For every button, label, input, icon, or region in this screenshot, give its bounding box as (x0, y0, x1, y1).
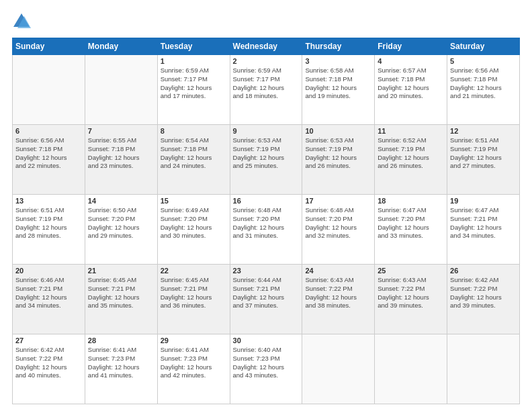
day-number: 5 (450, 57, 517, 65)
calendar-cell: 27Sunrise: 6:42 AM Sunset: 7:22 PM Dayli… (13, 334, 85, 404)
calendar-cell: 5Sunrise: 6:56 AM Sunset: 7:18 PM Daylig… (447, 55, 520, 125)
day-info: Sunrise: 6:53 AM Sunset: 7:19 PM Dayligh… (233, 136, 300, 171)
col-header-monday: Monday (85, 38, 157, 55)
col-header-tuesday: Tuesday (157, 38, 230, 55)
day-number: 9 (233, 127, 300, 135)
calendar-cell: 18Sunrise: 6:47 AM Sunset: 7:20 PM Dayli… (375, 195, 447, 265)
col-header-friday: Friday (375, 38, 447, 55)
day-number: 25 (378, 267, 444, 275)
day-number: 2 (233, 57, 300, 65)
day-info: Sunrise: 6:48 AM Sunset: 7:20 PM Dayligh… (305, 206, 371, 240)
calendar-week-row: 1Sunrise: 6:59 AM Sunset: 7:17 PM Daylig… (13, 55, 520, 125)
day-info: Sunrise: 6:40 AM Sunset: 7:23 PM Dayligh… (233, 346, 300, 380)
day-info: Sunrise: 6:43 AM Sunset: 7:22 PM Dayligh… (378, 276, 444, 310)
calendar-cell: 7Sunrise: 6:55 AM Sunset: 7:18 PM Daylig… (85, 125, 157, 195)
calendar-cell (375, 334, 447, 404)
calendar-cell: 6Sunrise: 6:56 AM Sunset: 7:18 PM Daylig… (13, 125, 85, 195)
page: SundayMondayTuesdayWednesdayThursdayFrid… (0, 0, 532, 411)
calendar-cell: 24Sunrise: 6:43 AM Sunset: 7:22 PM Dayli… (302, 265, 375, 334)
calendar-cell: 2Sunrise: 6:59 AM Sunset: 7:17 PM Daylig… (230, 55, 302, 125)
day-number: 7 (88, 127, 154, 135)
calendar-cell: 13Sunrise: 6:51 AM Sunset: 7:19 PM Dayli… (13, 195, 85, 265)
day-info: Sunrise: 6:56 AM Sunset: 7:18 PM Dayligh… (15, 136, 82, 171)
calendar-cell (302, 334, 375, 404)
day-number: 10 (305, 127, 371, 135)
col-header-wednesday: Wednesday (230, 38, 302, 55)
calendar-week-row: 6Sunrise: 6:56 AM Sunset: 7:18 PM Daylig… (13, 125, 520, 195)
day-number: 23 (233, 267, 300, 275)
day-info: Sunrise: 6:45 AM Sunset: 7:21 PM Dayligh… (161, 276, 227, 310)
col-header-thursday: Thursday (302, 38, 375, 55)
calendar-cell: 23Sunrise: 6:44 AM Sunset: 7:21 PM Dayli… (230, 265, 302, 334)
day-info: Sunrise: 6:44 AM Sunset: 7:21 PM Dayligh… (233, 276, 300, 310)
day-info: Sunrise: 6:48 AM Sunset: 7:20 PM Dayligh… (233, 206, 300, 240)
day-info: Sunrise: 6:51 AM Sunset: 7:19 PM Dayligh… (15, 206, 82, 240)
day-info: Sunrise: 6:51 AM Sunset: 7:19 PM Dayligh… (450, 136, 517, 171)
calendar-cell: 16Sunrise: 6:48 AM Sunset: 7:20 PM Dayli… (230, 195, 302, 265)
day-info: Sunrise: 6:42 AM Sunset: 7:22 PM Dayligh… (15, 346, 82, 380)
day-number: 26 (450, 267, 517, 275)
day-number: 24 (305, 267, 371, 275)
calendar-table: SundayMondayTuesdayWednesdayThursdayFrid… (12, 38, 520, 404)
day-number: 3 (305, 57, 371, 65)
calendar-week-row: 13Sunrise: 6:51 AM Sunset: 7:19 PM Dayli… (13, 195, 520, 265)
calendar-cell: 30Sunrise: 6:40 AM Sunset: 7:23 PM Dayli… (230, 334, 302, 404)
day-info: Sunrise: 6:56 AM Sunset: 7:18 PM Dayligh… (450, 66, 517, 101)
day-info: Sunrise: 6:47 AM Sunset: 7:20 PM Dayligh… (378, 206, 444, 240)
day-number: 13 (15, 197, 82, 205)
calendar-cell: 26Sunrise: 6:42 AM Sunset: 7:22 PM Dayli… (447, 265, 520, 334)
calendar-week-row: 27Sunrise: 6:42 AM Sunset: 7:22 PM Dayli… (13, 334, 520, 404)
calendar-cell (85, 55, 157, 125)
day-number: 14 (88, 197, 154, 205)
day-info: Sunrise: 6:43 AM Sunset: 7:22 PM Dayligh… (305, 276, 371, 310)
day-number: 4 (378, 57, 444, 65)
day-number: 18 (378, 197, 444, 205)
day-number: 20 (15, 267, 82, 275)
day-number: 11 (378, 127, 444, 135)
day-number: 1 (161, 57, 227, 65)
day-number: 16 (233, 197, 300, 205)
day-info: Sunrise: 6:55 AM Sunset: 7:18 PM Dayligh… (88, 136, 154, 171)
day-info: Sunrise: 6:45 AM Sunset: 7:21 PM Dayligh… (88, 276, 154, 310)
calendar-cell: 25Sunrise: 6:43 AM Sunset: 7:22 PM Dayli… (375, 265, 447, 334)
day-number: 15 (161, 197, 227, 205)
day-info: Sunrise: 6:50 AM Sunset: 7:20 PM Dayligh… (88, 206, 154, 240)
day-info: Sunrise: 6:57 AM Sunset: 7:18 PM Dayligh… (378, 66, 444, 101)
calendar-cell: 20Sunrise: 6:46 AM Sunset: 7:21 PM Dayli… (13, 265, 85, 334)
day-info: Sunrise: 6:58 AM Sunset: 7:18 PM Dayligh… (305, 66, 371, 101)
calendar-cell: 1Sunrise: 6:59 AM Sunset: 7:17 PM Daylig… (157, 55, 230, 125)
day-info: Sunrise: 6:49 AM Sunset: 7:20 PM Dayligh… (161, 206, 227, 240)
day-info: Sunrise: 6:47 AM Sunset: 7:21 PM Dayligh… (450, 206, 517, 240)
day-number: 21 (88, 267, 154, 275)
calendar-cell (13, 55, 85, 125)
calendar-cell: 11Sunrise: 6:52 AM Sunset: 7:19 PM Dayli… (375, 125, 447, 195)
calendar-cell: 19Sunrise: 6:47 AM Sunset: 7:21 PM Dayli… (447, 195, 520, 265)
calendar-cell: 8Sunrise: 6:54 AM Sunset: 7:18 PM Daylig… (157, 125, 230, 195)
day-info: Sunrise: 6:41 AM Sunset: 7:23 PM Dayligh… (88, 346, 154, 380)
calendar-cell: 14Sunrise: 6:50 AM Sunset: 7:20 PM Dayli… (85, 195, 157, 265)
col-header-sunday: Sunday (13, 38, 85, 55)
calendar-cell: 28Sunrise: 6:41 AM Sunset: 7:23 PM Dayli… (85, 334, 157, 404)
calendar-header-row: SundayMondayTuesdayWednesdayThursdayFrid… (13, 38, 520, 55)
day-number: 12 (450, 127, 517, 135)
day-info: Sunrise: 6:46 AM Sunset: 7:21 PM Dayligh… (15, 276, 82, 310)
calendar-cell: 4Sunrise: 6:57 AM Sunset: 7:18 PM Daylig… (375, 55, 447, 125)
day-info: Sunrise: 6:59 AM Sunset: 7:17 PM Dayligh… (233, 66, 300, 101)
day-number: 29 (161, 336, 227, 345)
calendar-cell: 17Sunrise: 6:48 AM Sunset: 7:20 PM Dayli… (302, 195, 375, 265)
day-info: Sunrise: 6:41 AM Sunset: 7:23 PM Dayligh… (161, 346, 227, 380)
day-number: 17 (305, 197, 371, 205)
calendar-cell: 21Sunrise: 6:45 AM Sunset: 7:21 PM Dayli… (85, 265, 157, 334)
calendar-cell: 10Sunrise: 6:53 AM Sunset: 7:19 PM Dayli… (302, 125, 375, 195)
day-info: Sunrise: 6:59 AM Sunset: 7:17 PM Dayligh… (161, 66, 227, 101)
calendar-cell: 3Sunrise: 6:58 AM Sunset: 7:18 PM Daylig… (302, 55, 375, 125)
calendar-cell: 9Sunrise: 6:53 AM Sunset: 7:19 PM Daylig… (230, 125, 302, 195)
calendar-week-row: 20Sunrise: 6:46 AM Sunset: 7:21 PM Dayli… (13, 265, 520, 334)
logo (12, 12, 34, 31)
day-info: Sunrise: 6:54 AM Sunset: 7:18 PM Dayligh… (161, 136, 227, 171)
calendar-cell (447, 334, 520, 404)
calendar-cell: 29Sunrise: 6:41 AM Sunset: 7:23 PM Dayli… (157, 334, 230, 404)
day-number: 8 (161, 127, 227, 135)
day-number: 30 (233, 336, 300, 345)
header (12, 12, 520, 31)
